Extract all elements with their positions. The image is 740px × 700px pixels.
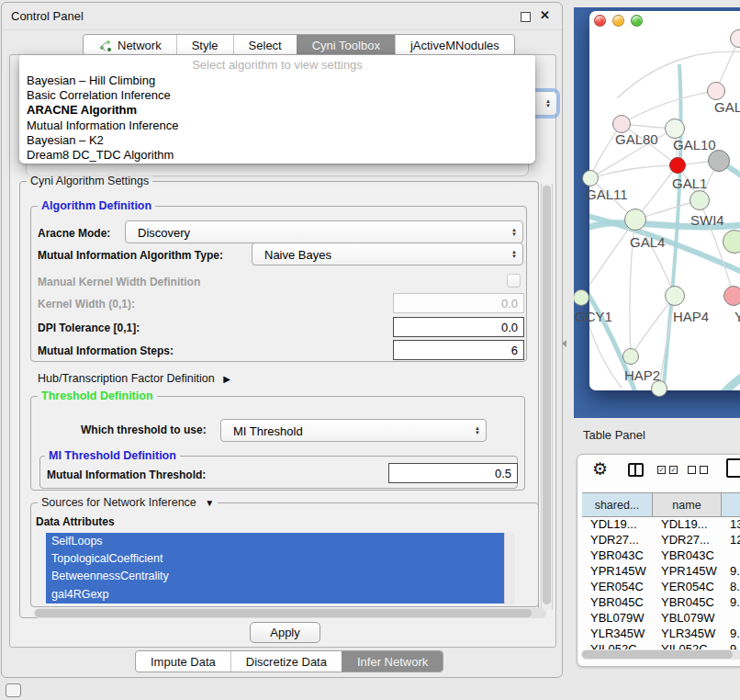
network-node[interactable] <box>669 157 686 174</box>
table-cell: YLR345W <box>582 627 653 640</box>
aracne-mode-label: Aracne Mode: <box>38 227 110 240</box>
algorithm-option-basic-correlation-inference[interactable]: Basic Correlation Inference <box>19 88 535 103</box>
sources-title[interactable]: Sources for Network Inference ▼ <box>38 496 218 509</box>
mi-threshold-field[interactable]: 0.5 <box>388 463 518 483</box>
column-header-shared[interactable]: shared... <box>582 493 653 516</box>
mi-steps-field[interactable]: 6 <box>393 340 524 360</box>
manual-kernel-checkbox[interactable] <box>507 274 521 288</box>
table-row[interactable]: YPR145WYPR145W9. <box>582 563 740 579</box>
tab-discretize-data[interactable]: Discretize Data <box>230 651 342 672</box>
table-row[interactable]: YDL19...YDL19...13 <box>582 516 740 532</box>
attribute-item-betweennesscentrality[interactable]: BetweennessCentrality <box>46 568 504 585</box>
network-node-gal[interactable] <box>707 82 725 100</box>
report-icon[interactable] <box>726 458 740 478</box>
network-window[interactable]: GALGAL80GAL10GAL1GAL11GAL4SWI4GCY1HAP4YH… <box>589 11 740 390</box>
minimized-panel-icon[interactable] <box>6 683 21 697</box>
attribute-item-topologicalcoefficient[interactable]: TopologicalCoefficient <box>46 550 504 568</box>
node-label: GAL4 <box>630 234 665 250</box>
table-row[interactable]: YLR345WYLR345W9. <box>582 626 740 641</box>
tab-select[interactable]: Select <box>233 35 297 55</box>
data-attributes-label: Data Attributes <box>36 515 115 528</box>
minimize-window-button[interactable] <box>612 15 624 27</box>
tab-jactivemnodules[interactable]: jActiveMNodules <box>395 35 514 55</box>
tab-cyni-toolbox[interactable]: Cyni Toolbox <box>297 35 395 55</box>
tab-network[interactable]: Network <box>84 35 176 55</box>
apply-button[interactable]: Apply <box>250 622 320 643</box>
split-collapse-icon[interactable] <box>562 340 566 347</box>
which-threshold-value: MI Threshold <box>233 423 303 437</box>
algorithm-option-dream8-dc-tdc-algorithm[interactable]: Dream8 DC_TDC Algorithm <box>19 148 535 163</box>
node-table-card: ⚙ ✓✓ shared...name YDL19...YDL19...13YDR… <box>577 454 740 667</box>
mi-type-combo[interactable]: Naive Bayes ▲▼ <box>252 243 523 265</box>
column-header-name[interactable]: name <box>653 493 722 516</box>
node-label: Y <box>734 309 740 324</box>
float-panel-icon[interactable] <box>521 12 531 22</box>
node-label: HAP2 <box>624 367 660 383</box>
table-cell: 13 <box>722 517 740 531</box>
table-row[interactable]: YDR27...YDR27...12 <box>582 532 740 548</box>
close-panel-icon[interactable]: ✕ <box>540 8 550 22</box>
table-cell: YBR045C <box>653 595 722 609</box>
algorithm-option-bayesian-hill-climbing[interactable]: Bayesian – Hill Climbing <box>19 73 535 88</box>
network-node-gal4[interactable] <box>624 209 646 231</box>
tab-label: jActiveMNodules <box>410 39 499 52</box>
table-row[interactable]: YBR045CYBR045C9. <box>582 594 740 610</box>
data-attributes-list: SelfLoopsTopologicalCoefficientBetweenne… <box>46 533 504 604</box>
zoom-window-button[interactable] <box>631 15 643 27</box>
hub-definition-label: Hub/Transcription Factor Definition <box>38 372 215 385</box>
kernel-width-value: 0.0 <box>501 297 518 310</box>
tab-label: Style <box>192 39 219 52</box>
tab-impute-data[interactable]: Impute Data <box>136 651 230 672</box>
settings-horizontal-scrollbar[interactable] <box>34 608 546 618</box>
network-node-gal10[interactable] <box>665 119 685 139</box>
network-node-swi4[interactable] <box>723 230 740 254</box>
network-node-y[interactable] <box>723 286 740 306</box>
mi-threshold-title: MI Threshold Definition <box>45 449 180 462</box>
network-node-gal80[interactable] <box>612 115 631 133</box>
table-cell: YER054C <box>582 580 653 593</box>
table-header: shared...name <box>582 492 740 517</box>
hub-definition-toggle[interactable]: Hub/Transcription Factor Definition ▶ <box>38 372 230 385</box>
control-panel-bottom-tabs: Impute DataDiscretize DataInfer Network <box>135 650 443 672</box>
attribute-item-selfloops[interactable]: SelfLoops <box>46 533 504 550</box>
which-threshold-combo[interactable]: MI Threshold ▲▼ <box>220 419 487 442</box>
algorithm-option-mutual-information-inference[interactable]: Mutual Information Inference <box>19 119 535 133</box>
network-icon <box>98 40 112 51</box>
tab-infer-network[interactable]: Infer Network <box>342 651 443 672</box>
table-panel-title: Table Panel <box>583 428 645 442</box>
gear-icon[interactable]: ⚙ <box>592 458 608 480</box>
attribute-item-gal4rgexp[interactable]: gal4RGexp <box>46 586 504 604</box>
network-node-gal11[interactable] <box>582 170 599 186</box>
dpi-tolerance-field[interactable]: 0.0 <box>393 317 524 337</box>
network-node-hap4[interactable] <box>665 286 685 306</box>
table-cell: 9. <box>722 595 740 609</box>
cyni-toolbox-panel: Select algorithm to view settings Bayesi… <box>9 54 556 648</box>
select-all-columns-icon[interactable]: ✓✓ <box>657 466 678 474</box>
algorithm-option-aracne-algorithm[interactable]: ARACNE Algorithm <box>19 103 535 118</box>
algorithm-definition-title: Algorithm Definition <box>38 199 155 212</box>
network-node-gal1[interactable] <box>690 190 710 210</box>
network-node-gcy1[interactable] <box>574 289 589 306</box>
node-label: GAL1 <box>672 175 707 191</box>
tab-style[interactable]: Style <box>176 35 233 55</box>
algorithm-option-bayesian-k2[interactable]: Bayesian – K2 <box>19 133 535 148</box>
network-node[interactable] <box>708 150 730 172</box>
node-label: GAL80 <box>615 131 658 147</box>
close-window-button[interactable] <box>594 15 606 27</box>
table-body: YDL19...YDL19...13YDR27...YDR27...12YBR0… <box>582 516 740 657</box>
expand-icon: ▶ <box>223 374 230 384</box>
split-view-icon[interactable] <box>628 463 644 477</box>
network-node-hap2[interactable] <box>622 348 639 365</box>
stepper-arrows-icon: ▲▼ <box>511 250 517 259</box>
table-row[interactable]: YER054CYER054C8. <box>582 579 740 594</box>
column-header-hidden[interactable] <box>722 493 740 516</box>
unselect-all-columns-icon[interactable] <box>688 466 708 474</box>
settings-vertical-scrollbar[interactable] <box>541 184 553 610</box>
control-panel-window: Control Panel ✕ NetworkStyleSelectCyni T… <box>1 2 563 678</box>
table-row[interactable]: YBL079WYBL079W <box>582 610 740 626</box>
aracne-mode-combo[interactable]: Discovery ▲▼ <box>125 220 523 243</box>
attributes-scrollbar[interactable] <box>504 533 515 604</box>
table-row[interactable]: YBR043CYBR043C <box>582 548 740 563</box>
table-horizontal-scrollbar[interactable] <box>581 649 740 660</box>
node-label: SWI4 <box>690 212 724 228</box>
